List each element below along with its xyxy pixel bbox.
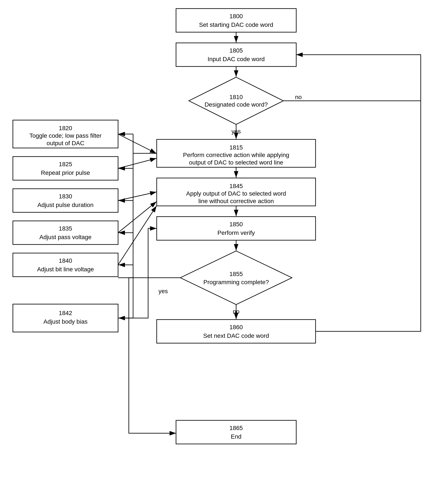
label-1800-2: Set starting DAC code word: [199, 21, 273, 28]
box-1825: [13, 157, 118, 180]
label-1820-3: output of DAC: [47, 140, 84, 147]
arrow-1855-yes: [129, 278, 180, 433]
arrow-1820-1815: [118, 134, 156, 153]
box-1835: [13, 221, 118, 244]
label-1835-2: Adjust pass voltage: [39, 234, 92, 241]
label-1845-1: 1845: [229, 183, 243, 189]
label-1865-2: End: [231, 433, 241, 440]
label-1815-2: Perform corrective action while applying: [183, 152, 289, 158]
label-1815-3: output of DAC to selected word line: [189, 159, 283, 166]
label-1845-3: line without corrective action: [198, 198, 274, 204]
label-1855-2: Programming complete?: [203, 279, 269, 286]
diamond-1810: [189, 77, 283, 124]
label-1840-2: Adjust bit line voltage: [37, 266, 94, 273]
label-1820-1: 1820: [59, 125, 72, 132]
label-1850-1: 1850: [229, 221, 243, 228]
label-no-1810: no: [295, 94, 302, 100]
box-1865: [176, 420, 296, 444]
arrow-1840-1845-2: [118, 206, 157, 265]
box-1840: [13, 253, 118, 277]
label-1800-1: 1800: [229, 13, 243, 19]
label-1805-1: 1805: [229, 47, 243, 54]
box-1842: [13, 304, 118, 332]
box-1850: [157, 217, 316, 240]
box-1860: [157, 319, 316, 343]
label-1810-1: 1810: [229, 94, 243, 100]
label-1855-1: 1855: [229, 271, 243, 277]
label-1860-1: 1860: [229, 324, 243, 331]
arrow-1830-1845: [118, 192, 157, 200]
label-1810-2: Designated code word?: [205, 101, 268, 108]
label-1835-1: 1835: [59, 225, 72, 232]
box-1800: [176, 9, 296, 32]
label-yes-1855: yes: [159, 288, 168, 294]
label-1825-1: 1825: [59, 161, 72, 167]
label-1842-1: 1842: [59, 310, 72, 316]
arrow-1842-1850: [118, 228, 157, 318]
diamond-1855: [180, 251, 292, 304]
box-1805: [176, 43, 296, 66]
label-1850-2: Perform verify: [217, 229, 255, 236]
flowchart: 1800 Set starting DAC code word 1805 Inp…: [0, 0, 448, 501]
label-1842-2: Adjust body bias: [43, 318, 87, 325]
label-1865-1: 1865: [229, 425, 243, 431]
label-1820-2: Toggle code; low pass filter: [29, 132, 101, 139]
label-1860-2: Set next DAC code word: [203, 333, 269, 339]
label-1825-2: Repeat prior pulse: [41, 169, 90, 176]
label-1840-1: 1840: [59, 257, 72, 264]
label-1845-2: Apply output of DAC to selected word: [186, 190, 286, 197]
label-1815-1: 1815: [229, 144, 243, 151]
arrow-1835-1845: [118, 202, 157, 233]
label-1830-1: 1830: [59, 193, 72, 200]
box-1830: [13, 189, 118, 212]
label-1830-2: Adjust pulse duration: [37, 202, 94, 208]
arrow-1825-1815: [118, 158, 157, 168]
label-1805-2: Input DAC code word: [208, 56, 265, 62]
